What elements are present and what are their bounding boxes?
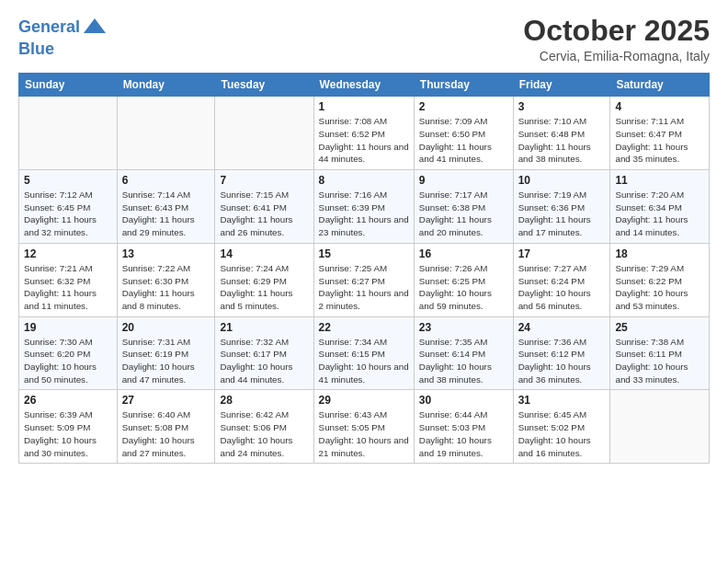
calendar-cell	[117, 97, 215, 170]
day-number: 22	[319, 321, 409, 334]
calendar-cell	[19, 97, 118, 170]
month-title: October 2025	[523, 15, 710, 47]
logo: General Blue	[18, 15, 108, 59]
day-info: Sunrise: 6:44 AM Sunset: 5:03 PM Dayligh…	[419, 408, 508, 459]
calendar-cell: 15Sunrise: 7:25 AM Sunset: 6:27 PM Dayli…	[313, 243, 414, 316]
calendar-cell: 20Sunrise: 7:31 AM Sunset: 6:19 PM Dayli…	[117, 316, 215, 390]
logo-text: General	[18, 18, 80, 37]
calendar-cell: 1Sunrise: 7:08 AM Sunset: 6:52 PM Daylig…	[313, 97, 414, 170]
day-number: 8	[319, 174, 409, 187]
day-number: 5	[24, 174, 112, 187]
calendar-cell: 17Sunrise: 7:27 AM Sunset: 6:24 PM Dayli…	[513, 243, 610, 316]
calendar-cell: 5Sunrise: 7:12 AM Sunset: 6:45 PM Daylig…	[19, 170, 118, 244]
col-header-thursday: Thursday	[414, 74, 513, 97]
calendar-cell: 3Sunrise: 7:10 AM Sunset: 6:48 PM Daylig…	[513, 97, 610, 170]
calendar-cell: 8Sunrise: 7:16 AM Sunset: 6:39 PM Daylig…	[313, 170, 414, 244]
day-info: Sunrise: 7:15 AM Sunset: 6:41 PM Dayligh…	[220, 189, 308, 239]
day-info: Sunrise: 7:19 AM Sunset: 6:36 PM Dayligh…	[518, 189, 606, 239]
logo-icon	[82, 15, 108, 40]
day-info: Sunrise: 7:12 AM Sunset: 6:45 PM Dayligh…	[24, 189, 112, 239]
calendar-cell: 14Sunrise: 7:24 AM Sunset: 6:29 PM Dayli…	[215, 243, 313, 316]
calendar-week-4: 19Sunrise: 7:30 AM Sunset: 6:20 PM Dayli…	[19, 316, 710, 390]
calendar-cell: 22Sunrise: 7:34 AM Sunset: 6:15 PM Dayli…	[313, 316, 414, 390]
day-number: 17	[518, 247, 606, 260]
day-info: Sunrise: 6:45 AM Sunset: 5:02 PM Dayligh…	[518, 408, 606, 459]
calendar-cell: 10Sunrise: 7:19 AM Sunset: 6:36 PM Dayli…	[513, 170, 610, 244]
calendar-cell: 7Sunrise: 7:15 AM Sunset: 6:41 PM Daylig…	[215, 170, 313, 244]
day-number: 11	[615, 174, 704, 187]
header: General Blue October 2025 Cervia, Emilia…	[18, 15, 710, 63]
calendar-cell: 16Sunrise: 7:26 AM Sunset: 6:25 PM Dayli…	[414, 243, 513, 316]
title-block: October 2025 Cervia, Emilia-Romagna, Ita…	[523, 15, 710, 63]
col-header-monday: Monday	[117, 74, 215, 97]
col-header-sunday: Sunday	[19, 74, 118, 97]
day-info: Sunrise: 7:11 AM Sunset: 6:47 PM Dayligh…	[615, 115, 704, 166]
day-number: 10	[518, 174, 606, 187]
calendar-page: General Blue October 2025 Cervia, Emilia…	[0, 0, 728, 563]
calendar-week-5: 26Sunrise: 6:39 AM Sunset: 5:09 PM Dayli…	[19, 390, 710, 464]
col-header-friday: Friday	[513, 74, 610, 97]
calendar-week-3: 12Sunrise: 7:21 AM Sunset: 6:32 PM Dayli…	[19, 243, 710, 316]
col-header-saturday: Saturday	[610, 74, 710, 97]
day-info: Sunrise: 7:22 AM Sunset: 6:30 PM Dayligh…	[122, 262, 210, 313]
svg-marker-0	[84, 18, 106, 33]
calendar-cell: 9Sunrise: 7:17 AM Sunset: 6:38 PM Daylig…	[414, 170, 513, 244]
day-info: Sunrise: 7:16 AM Sunset: 6:39 PM Dayligh…	[319, 189, 409, 239]
day-info: Sunrise: 7:29 AM Sunset: 6:22 PM Dayligh…	[615, 262, 704, 313]
day-info: Sunrise: 7:10 AM Sunset: 6:48 PM Dayligh…	[518, 115, 606, 166]
day-number: 2	[419, 100, 508, 113]
day-number: 16	[419, 247, 508, 260]
logo-line2: Blue	[18, 40, 108, 59]
day-number: 26	[24, 394, 112, 407]
day-number: 30	[419, 394, 508, 407]
logo-line1: General	[18, 17, 80, 36]
calendar-cell: 25Sunrise: 7:38 AM Sunset: 6:11 PM Dayli…	[610, 316, 710, 390]
day-info: Sunrise: 7:08 AM Sunset: 6:52 PM Dayligh…	[319, 115, 409, 166]
calendar-cell: 26Sunrise: 6:39 AM Sunset: 5:09 PM Dayli…	[19, 390, 118, 464]
calendar-cell: 24Sunrise: 7:36 AM Sunset: 6:12 PM Dayli…	[513, 316, 610, 390]
day-number: 3	[518, 100, 606, 113]
col-header-wednesday: Wednesday	[313, 74, 414, 97]
col-header-tuesday: Tuesday	[215, 74, 313, 97]
location-subtitle: Cervia, Emilia-Romagna, Italy	[523, 49, 710, 63]
day-info: Sunrise: 6:43 AM Sunset: 5:05 PM Dayligh…	[319, 408, 409, 459]
calendar-cell: 23Sunrise: 7:35 AM Sunset: 6:14 PM Dayli…	[414, 316, 513, 390]
calendar-cell: 31Sunrise: 6:45 AM Sunset: 5:02 PM Dayli…	[513, 390, 610, 464]
day-number: 9	[419, 174, 508, 187]
day-info: Sunrise: 7:24 AM Sunset: 6:29 PM Dayligh…	[220, 262, 308, 313]
calendar-table: SundayMondayTuesdayWednesdayThursdayFrid…	[18, 73, 710, 464]
day-info: Sunrise: 7:21 AM Sunset: 6:32 PM Dayligh…	[24, 262, 112, 313]
day-number: 29	[319, 394, 409, 407]
day-info: Sunrise: 7:27 AM Sunset: 6:24 PM Dayligh…	[518, 262, 606, 313]
day-number: 21	[220, 321, 308, 334]
day-info: Sunrise: 7:32 AM Sunset: 6:17 PM Dayligh…	[220, 336, 308, 386]
day-number: 31	[518, 394, 606, 407]
calendar-cell: 28Sunrise: 6:42 AM Sunset: 5:06 PM Dayli…	[215, 390, 313, 464]
day-number: 15	[319, 247, 409, 260]
day-info: Sunrise: 7:35 AM Sunset: 6:14 PM Dayligh…	[419, 336, 508, 386]
calendar-cell: 6Sunrise: 7:14 AM Sunset: 6:43 PM Daylig…	[117, 170, 215, 244]
day-number: 4	[615, 100, 704, 113]
day-number: 18	[615, 247, 704, 260]
day-info: Sunrise: 6:42 AM Sunset: 5:06 PM Dayligh…	[220, 408, 308, 459]
day-info: Sunrise: 7:36 AM Sunset: 6:12 PM Dayligh…	[518, 336, 606, 386]
day-number: 25	[615, 321, 704, 334]
day-number: 27	[122, 394, 210, 407]
day-info: Sunrise: 6:40 AM Sunset: 5:08 PM Dayligh…	[122, 408, 210, 459]
calendar-cell: 13Sunrise: 7:22 AM Sunset: 6:30 PM Dayli…	[117, 243, 215, 316]
day-number: 28	[220, 394, 308, 407]
day-info: Sunrise: 7:38 AM Sunset: 6:11 PM Dayligh…	[615, 336, 704, 386]
calendar-cell: 12Sunrise: 7:21 AM Sunset: 6:32 PM Dayli…	[19, 243, 118, 316]
calendar-cell: 19Sunrise: 7:30 AM Sunset: 6:20 PM Dayli…	[19, 316, 118, 390]
calendar-week-2: 5Sunrise: 7:12 AM Sunset: 6:45 PM Daylig…	[19, 170, 710, 244]
calendar-week-1: 1Sunrise: 7:08 AM Sunset: 6:52 PM Daylig…	[19, 97, 710, 170]
calendar-header-row: SundayMondayTuesdayWednesdayThursdayFrid…	[19, 74, 710, 97]
calendar-cell: 2Sunrise: 7:09 AM Sunset: 6:50 PM Daylig…	[414, 97, 513, 170]
day-number: 7	[220, 174, 308, 187]
calendar-cell: 29Sunrise: 6:43 AM Sunset: 5:05 PM Dayli…	[313, 390, 414, 464]
day-info: Sunrise: 7:17 AM Sunset: 6:38 PM Dayligh…	[419, 189, 508, 239]
calendar-cell: 11Sunrise: 7:20 AM Sunset: 6:34 PM Dayli…	[610, 170, 710, 244]
day-number: 1	[319, 100, 409, 113]
calendar-cell: 18Sunrise: 7:29 AM Sunset: 6:22 PM Dayli…	[610, 243, 710, 316]
day-number: 19	[24, 321, 112, 334]
